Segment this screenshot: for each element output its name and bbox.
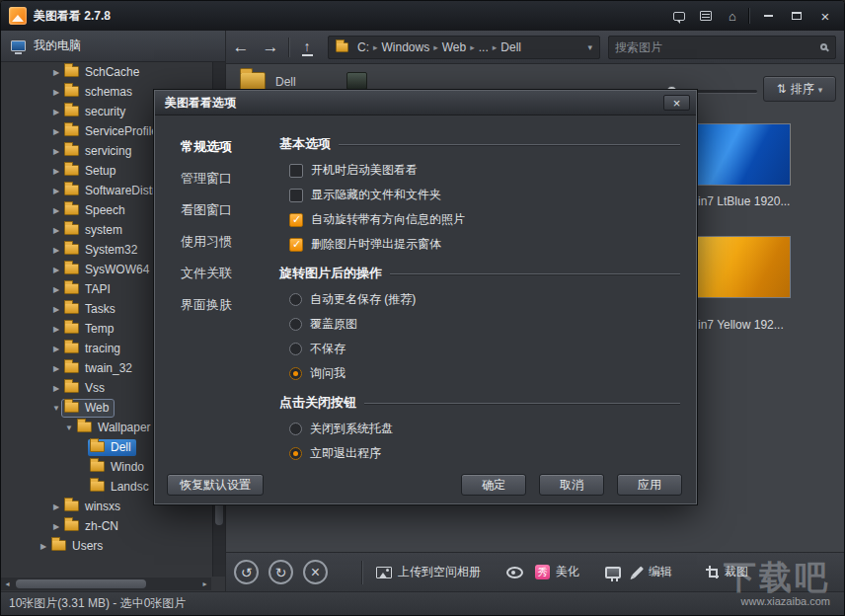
- restore-defaults-button[interactable]: 恢复默认设置: [167, 474, 264, 496]
- ok-button[interactable]: 确定: [461, 474, 526, 496]
- tree-horizontal-scrollbar[interactable]: [1, 578, 211, 590]
- minimize-button[interactable]: [757, 7, 779, 26]
- tree-expand-arrow-icon[interactable]: ▶: [50, 68, 62, 77]
- scroll-right-button[interactable]: [198, 578, 211, 590]
- dialog-menu-item[interactable]: 管理窗口: [155, 163, 275, 194]
- tree-item-inner[interactable]: Temp: [62, 321, 118, 338]
- option-row[interactable]: 不保存: [279, 337, 680, 361]
- delete-button[interactable]: [303, 560, 328, 584]
- dialog-menu-item[interactable]: 看图窗口: [155, 194, 275, 226]
- tree-expand-arrow-icon[interactable]: ▼: [50, 404, 62, 413]
- tree-item-inner[interactable]: Landsc: [88, 479, 154, 496]
- dialog-menu-item[interactable]: 常规选项: [155, 131, 275, 163]
- tree-item-inner[interactable]: Web: [62, 400, 114, 417]
- dialog-menu-item[interactable]: 使用习惯: [155, 226, 275, 258]
- option-row[interactable]: 立即退出程序: [279, 441, 680, 466]
- tree-item-inner[interactable]: security: [62, 104, 130, 120]
- tree-item-inner[interactable]: TAPI: [62, 281, 115, 298]
- weibo-share-button[interactable]: [506, 567, 523, 578]
- forward-button[interactable]: [256, 35, 285, 60]
- upload-button[interactable]: 上传到空间相册: [376, 564, 481, 580]
- tree-expand-arrow-icon[interactable]: ▶: [50, 384, 62, 393]
- tree-item-inner[interactable]: SysWOW64: [62, 262, 154, 278]
- radio-icon[interactable]: [289, 343, 302, 355]
- checkbox-icon[interactable]: [289, 164, 303, 178]
- option-row[interactable]: 开机时启动美图看看: [279, 158, 680, 183]
- tree-item-inner[interactable]: twain_32: [62, 360, 137, 377]
- home-button[interactable]: [723, 7, 742, 25]
- tree-expand-arrow-icon[interactable]: ▶: [50, 206, 62, 215]
- search-input[interactable]: [615, 40, 820, 54]
- breadcrumb-segment[interactable]: Windows: [378, 38, 434, 56]
- tree-expand-arrow-icon[interactable]: ▶: [50, 88, 62, 97]
- option-row[interactable]: 删除图片时弹出提示窗体: [279, 232, 680, 257]
- thumbnail-image[interactable]: [692, 123, 791, 186]
- radio-icon[interactable]: [289, 447, 302, 460]
- tree-horizontal-scrollbar-track[interactable]: [14, 578, 198, 590]
- option-row[interactable]: 询问我: [279, 361, 680, 386]
- tree-item-inner[interactable]: Vss: [62, 380, 110, 397]
- sort-button[interactable]: 排序: [763, 76, 836, 102]
- tree-item-inner[interactable]: SchCache: [62, 64, 144, 81]
- apply-button[interactable]: 应用: [617, 474, 682, 496]
- tree-expand-arrow-icon[interactable]: ▶: [50, 364, 62, 373]
- tree-expand-arrow-icon[interactable]: ▶: [50, 522, 62, 531]
- tree-item-inner[interactable]: winsxs: [62, 499, 125, 515]
- tree-item-inner[interactable]: Setup: [62, 163, 120, 180]
- tree-expand-arrow-icon[interactable]: ▶: [50, 266, 62, 274]
- tree-expand-arrow-icon[interactable]: ▶: [50, 305, 62, 314]
- tree-item-inner[interactable]: Dell: [88, 439, 136, 456]
- folder-item-dell[interactable]: Dell: [240, 72, 296, 91]
- slideshow-button[interactable]: [605, 567, 621, 578]
- tree-item-inner[interactable]: Wallpaper: [75, 420, 156, 436]
- tree-expand-arrow-icon[interactable]: ▶: [50, 127, 62, 136]
- feedback-button[interactable]: [669, 7, 689, 25]
- dialog-menu-item[interactable]: 界面换肤: [155, 289, 275, 321]
- tree-item-inner[interactable]: servicing: [62, 143, 136, 160]
- tree-item[interactable]: ▶ zh-CN: [1, 516, 211, 536]
- tree-expand-arrow-icon[interactable]: ▶: [50, 345, 62, 353]
- tree-expand-arrow-icon[interactable]: ▶: [50, 147, 62, 156]
- search-box[interactable]: [608, 36, 836, 59]
- tree-expand-arrow-icon[interactable]: ▶: [50, 226, 62, 235]
- tree-item-inner[interactable]: Tasks: [62, 301, 120, 318]
- rotate-right-button[interactable]: [269, 560, 293, 584]
- tree-expand-arrow-icon[interactable]: ▶: [50, 167, 62, 176]
- tree-item-inner[interactable]: System32: [62, 242, 142, 259]
- tree-item-inner[interactable]: zh-CN: [62, 518, 123, 535]
- option-row[interactable]: 关闭到系统托盘: [279, 417, 680, 441]
- close-button[interactable]: [814, 7, 836, 26]
- radio-icon[interactable]: [289, 367, 302, 380]
- breadcrumb-dropdown-icon[interactable]: [584, 42, 595, 52]
- breadcrumb-segment[interactable]: ...: [475, 38, 493, 56]
- tree-item[interactable]: ▶ Users: [1, 536, 211, 556]
- tree-expand-arrow-icon[interactable]: ▼: [63, 424, 75, 432]
- sidebar-header[interactable]: 我的电脑: [1, 31, 225, 62]
- search-icon[interactable]: [820, 43, 827, 50]
- checkbox-icon[interactable]: [289, 213, 303, 227]
- tree-item-inner[interactable]: Users: [49, 538, 108, 555]
- breadcrumb-segment[interactable]: C:: [353, 38, 373, 56]
- up-level-button[interactable]: [292, 35, 322, 60]
- tree-item-inner[interactable]: schemas: [62, 84, 137, 101]
- maximize-button[interactable]: [786, 7, 807, 26]
- tree-item[interactable]: ▶ SchCache: [1, 62, 211, 82]
- option-row[interactable]: 覆盖原图: [279, 312, 680, 337]
- tree-item-inner[interactable]: Windo: [88, 459, 149, 476]
- option-row[interactable]: 自动更名保存 (推荐): [279, 287, 680, 312]
- tree-item-inner[interactable]: ServiceProfiles: [62, 123, 169, 140]
- tree-item-inner[interactable]: system: [62, 222, 127, 239]
- crop-button[interactable]: 裁图: [706, 564, 748, 580]
- dialog-close-button[interactable]: [663, 95, 690, 111]
- tree-expand-arrow-icon[interactable]: ▶: [50, 285, 62, 294]
- option-row[interactable]: 显示隐藏的文件和文件夹: [279, 183, 680, 207]
- breadcrumb-segment[interactable]: Dell: [497, 38, 525, 56]
- dialog-menu-item[interactable]: 文件关联: [155, 258, 275, 289]
- tree-expand-arrow-icon[interactable]: ▶: [38, 542, 49, 551]
- tree-expand-arrow-icon[interactable]: ▶: [50, 187, 62, 195]
- tree-item-inner[interactable]: tracing: [62, 341, 125, 357]
- item-icon[interactable]: [346, 72, 367, 90]
- checkbox-icon[interactable]: [289, 189, 303, 202]
- tree-expand-arrow-icon[interactable]: ▶: [50, 502, 62, 511]
- cancel-button[interactable]: 取消: [539, 474, 604, 496]
